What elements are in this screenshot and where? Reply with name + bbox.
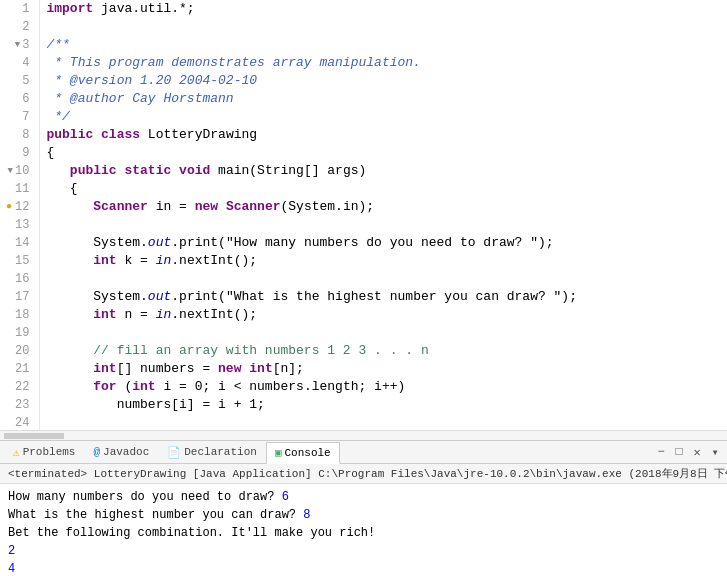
tab-bar: ⚠Problems@Javadoc📄Declaration▣Console−□✕… xyxy=(0,440,727,464)
line-number: 22 xyxy=(6,378,33,396)
line-number: 21 xyxy=(6,360,33,378)
close-button[interactable]: ✕ xyxy=(689,444,705,460)
line-number: ▼10 xyxy=(6,162,33,180)
tab-icon-console: ▣ xyxy=(275,446,282,459)
line-number: 4 xyxy=(6,54,33,72)
code-line: Scanner in = new Scanner(System.in); xyxy=(46,198,721,216)
line-number: 16 xyxy=(6,270,33,288)
line-number: 18 xyxy=(6,306,33,324)
line-numbers: 12▼3456789▼1011●121314151617181920212223… xyxy=(0,0,40,430)
line-number: 23 xyxy=(6,396,33,414)
tab-icon-problems: ⚠ xyxy=(13,446,20,459)
code-line: { xyxy=(46,144,721,162)
tab-console[interactable]: ▣Console xyxy=(266,442,340,464)
editor-panel: 12▼3456789▼1011●121314151617181920212223… xyxy=(0,0,727,430)
tab-label: Console xyxy=(285,447,331,459)
code-line xyxy=(46,270,721,288)
code-line: System.out.print("What is the highest nu… xyxy=(46,288,721,306)
code-content[interactable]: import java.util.*; /** * This program d… xyxy=(40,0,727,430)
line-number: 7 xyxy=(6,108,33,126)
code-line: import java.util.*; xyxy=(46,0,721,18)
console-line: 4 xyxy=(8,560,719,576)
tab-icon-javadoc: @ xyxy=(93,446,100,458)
tab-problems[interactable]: ⚠Problems xyxy=(4,441,84,463)
code-line: int k = in.nextInt(); xyxy=(46,252,721,270)
code-line: int n = in.nextInt(); xyxy=(46,306,721,324)
code-line: public class LotteryDrawing xyxy=(46,126,721,144)
code-line xyxy=(46,414,721,430)
code-line xyxy=(46,18,721,36)
line-number: 6 xyxy=(6,90,33,108)
line-number: 9 xyxy=(6,144,33,162)
tab-javadoc[interactable]: @Javadoc xyxy=(84,441,158,463)
tab-declaration[interactable]: 📄Declaration xyxy=(158,441,266,463)
fold-icon[interactable]: ▼ xyxy=(8,162,13,180)
horizontal-scrollbar[interactable] xyxy=(0,430,727,440)
code-line: */ xyxy=(46,108,721,126)
code-line: // fill an array with numbers 1 2 3 . . … xyxy=(46,342,721,360)
tab-label: Javadoc xyxy=(103,446,149,458)
fold-icon[interactable]: ▼ xyxy=(15,36,20,54)
warning-icon: ● xyxy=(6,198,12,216)
line-number: 1 xyxy=(6,0,33,18)
tab-label: Problems xyxy=(23,446,76,458)
line-number: 5 xyxy=(6,72,33,90)
line-number: 11 xyxy=(6,180,33,198)
tab-actions: −□✕▾ xyxy=(653,444,723,460)
line-number: 13 xyxy=(6,216,33,234)
code-line: * @version 1.20 2004-02-10 xyxy=(46,72,721,90)
line-number: ▼3 xyxy=(6,36,33,54)
code-line: public static void main(String[] args) xyxy=(46,162,721,180)
code-line xyxy=(46,216,721,234)
console-line: What is the highest number you can draw?… xyxy=(8,506,719,524)
minimize-button[interactable]: − xyxy=(653,444,669,460)
tab-icon-declaration: 📄 xyxy=(167,446,181,459)
line-number: 8 xyxy=(6,126,33,144)
console-line: Bet the following combination. It'll mak… xyxy=(8,524,719,542)
code-line: * @author Cay Horstmann xyxy=(46,90,721,108)
code-line: System.out.print("How many numbers do yo… xyxy=(46,234,721,252)
console-header: <terminated> LotteryDrawing [Java Applic… xyxy=(0,464,727,484)
code-line: * This program demonstrates array manipu… xyxy=(46,54,721,72)
line-number: 24 xyxy=(6,414,33,430)
maximize-button[interactable]: □ xyxy=(671,444,687,460)
code-line: numbers[i] = i + 1; xyxy=(46,396,721,414)
line-number: 15 xyxy=(6,252,33,270)
line-number: ●12 xyxy=(6,198,33,216)
scroll-thumb[interactable] xyxy=(4,433,64,439)
line-number: 14 xyxy=(6,234,33,252)
code-line: /** xyxy=(46,36,721,54)
view-menu-button[interactable]: ▾ xyxy=(707,444,723,460)
code-line: int[] numbers = new int[n]; xyxy=(46,360,721,378)
console-output: How many numbers do you need to draw? 6W… xyxy=(0,484,727,576)
console-line: 2 xyxy=(8,542,719,560)
code-line: for (int i = 0; i < numbers.length; i++) xyxy=(46,378,721,396)
code-line xyxy=(46,324,721,342)
line-number: 20 xyxy=(6,342,33,360)
tab-label: Declaration xyxy=(184,446,257,458)
code-line: { xyxy=(46,180,721,198)
line-number: 19 xyxy=(6,324,33,342)
console-line: How many numbers do you need to draw? 6 xyxy=(8,488,719,506)
line-number: 17 xyxy=(6,288,33,306)
line-number: 2 xyxy=(6,18,33,36)
